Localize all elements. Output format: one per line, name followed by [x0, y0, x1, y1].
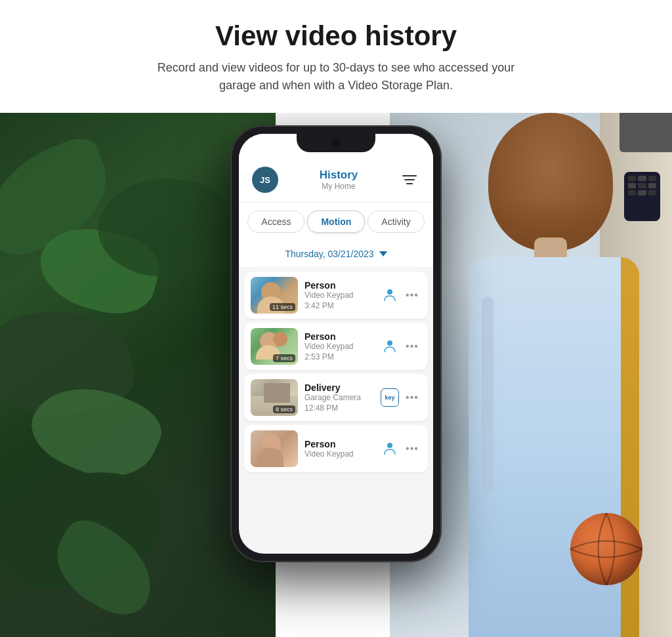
background-scene: JS History My Home Access Motion Ac — [0, 113, 672, 637]
filter-line-1 — [402, 175, 417, 176]
more-button-2[interactable]: ••• — [403, 337, 421, 356]
item-time-3: 12:48 PM — [304, 403, 374, 413]
tab-activity[interactable]: Activity — [368, 211, 424, 233]
item-type-2: Person — [304, 331, 374, 342]
person-icon-4 — [381, 440, 399, 458]
filter-icon[interactable] — [399, 169, 420, 190]
svg-point-0 — [387, 289, 392, 295]
filter-line-3 — [406, 183, 413, 184]
video-thumbnail-1: 11 secs — [251, 277, 298, 314]
phone-notch — [297, 134, 375, 152]
duration-badge-3: 8 secs — [273, 405, 295, 413]
more-button-3[interactable]: ••• — [403, 388, 421, 407]
item-actions-1: ••• — [381, 286, 421, 304]
more-button-4[interactable]: ••• — [403, 440, 421, 458]
item-time-1: 3:42 PM — [304, 301, 374, 310]
screen-title: History — [320, 169, 358, 182]
person-icon-2 — [381, 337, 399, 356]
page-subtitle: Record and view videos for up to 30-days… — [139, 59, 533, 94]
item-actions-3: key ••• — [381, 388, 421, 407]
person-icon-1 — [381, 286, 399, 304]
svg-point-2 — [387, 443, 392, 448]
item-source-3: Garage Camera — [304, 393, 374, 402]
item-time-2: 2:53 PM — [304, 352, 374, 361]
key-icon-3: key — [381, 388, 399, 407]
item-info-3: Delivery Garage Camera 12:48 PM — [304, 382, 374, 413]
video-thumbnail-2: 7 secs — [251, 328, 298, 365]
item-actions-4: ••• — [381, 440, 421, 458]
date-label: Thursday, 03/21/2023 — [285, 249, 373, 259]
item-actions-2: ••• — [381, 337, 421, 356]
screen-subtitle: My Home — [320, 182, 358, 191]
item-type-3: Delivery — [304, 382, 374, 393]
phone-frame: JS History My Home Access Motion Ac — [231, 126, 441, 562]
list-item[interactable]: 11 secs Person Video Keypad 3:42 PM — [244, 272, 428, 319]
user-avatar[interactable]: JS — [252, 167, 278, 193]
item-info-2: Person Video Keypad 2:53 PM — [304, 331, 374, 361]
phone-screen: JS History My Home Access Motion Ac — [239, 134, 433, 554]
list-item[interactable]: 7 secs Person Video Keypad 2:53 PM — [244, 323, 428, 370]
filter-line-2 — [404, 179, 415, 180]
duration-badge-1: 11 secs — [270, 303, 295, 311]
tab-access[interactable]: Access — [247, 211, 304, 233]
list-item[interactable]: 8 secs Delivery Garage Camera 12:48 PM k… — [244, 374, 428, 421]
tabs-container: Access Motion Activity — [239, 203, 433, 241]
phone-device: JS History My Home Access Motion Ac — [231, 126, 441, 562]
duration-badge-2: 7 secs — [273, 354, 295, 362]
svg-point-1 — [387, 340, 392, 346]
person-figure — [449, 113, 652, 637]
video-thumbnail-3: 8 secs — [251, 379, 298, 416]
date-bar[interactable]: Thursday, 03/21/2023 — [239, 241, 433, 268]
header-title-block: History My Home — [320, 169, 358, 191]
item-info-4: Person Video Keypad — [304, 439, 374, 459]
tab-motion[interactable]: Motion — [307, 211, 365, 233]
item-type-4: Person — [304, 439, 374, 449]
item-info-1: Person Video Keypad 3:42 PM — [304, 280, 374, 310]
item-source-4: Video Keypad — [304, 449, 374, 459]
list-item[interactable]: Person Video Keypad ••• — [244, 425, 428, 472]
page-title: View video history — [13, 21, 659, 51]
chevron-down-icon — [379, 251, 387, 257]
more-button-1[interactable]: ••• — [403, 286, 421, 304]
item-source-1: Video Keypad — [304, 291, 374, 300]
item-type-1: Person — [304, 280, 374, 291]
header-section: View video history Record and view video… — [0, 0, 672, 113]
history-list: 11 secs Person Video Keypad 3:42 PM — [239, 272, 433, 472]
video-thumbnail-4 — [251, 430, 298, 467]
item-source-2: Video Keypad — [304, 342, 374, 351]
